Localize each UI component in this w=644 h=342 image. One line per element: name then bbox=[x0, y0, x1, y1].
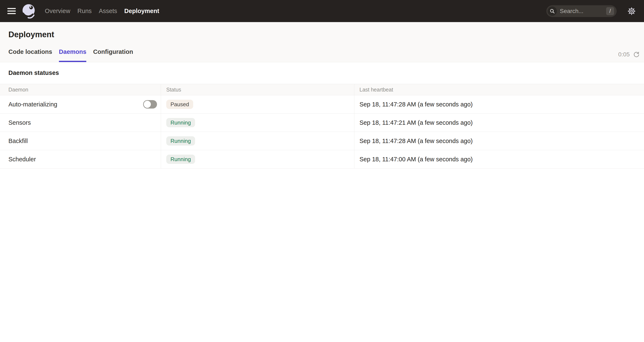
tab-configuration[interactable]: Configuration bbox=[93, 48, 133, 62]
daemon-status-table: Daemon Status Last heartbeat Auto-materi… bbox=[0, 84, 644, 168]
daemon-name: Auto-materializing bbox=[8, 101, 57, 108]
last-heartbeat: Sep 18, 11:47:28 AM (a few seconds ago) bbox=[360, 101, 473, 108]
status-badge: Paused bbox=[166, 100, 193, 109]
table-row: Scheduler Running Sep 18, 11:47:00 AM (a… bbox=[0, 150, 644, 168]
search-shortcut-key: / bbox=[606, 7, 614, 15]
page-header: Deployment Code locations Daemons Config… bbox=[0, 22, 644, 62]
dagster-logo[interactable] bbox=[22, 4, 36, 18]
table-row: Auto-materializing Paused Sep 18, 11:47:… bbox=[0, 95, 644, 114]
nav-deployment[interactable]: Deployment bbox=[124, 7, 159, 14]
toggle-knob bbox=[144, 101, 151, 108]
tab-daemons[interactable]: Daemons bbox=[59, 48, 86, 62]
daemon-name: Backfill bbox=[8, 138, 28, 144]
status-badge: Running bbox=[166, 118, 195, 127]
last-heartbeat: Sep 18, 11:47:28 AM (a few seconds ago) bbox=[360, 138, 473, 144]
top-nav-bar: Overview Runs Assets Deployment / bbox=[0, 0, 644, 22]
hamburger-menu-icon[interactable] bbox=[7, 6, 17, 16]
table-row: Sensors Running Sep 18, 11:47:21 AM (a f… bbox=[0, 114, 644, 132]
refresh-icon[interactable] bbox=[633, 51, 640, 58]
table-row: Backfill Running Sep 18, 11:47:28 AM (a … bbox=[0, 132, 644, 150]
column-header-status: Status bbox=[161, 84, 354, 95]
search-input[interactable] bbox=[560, 8, 606, 14]
gear-icon[interactable] bbox=[628, 7, 636, 15]
column-header-last-heartbeat: Last heartbeat bbox=[354, 84, 644, 95]
search-bar[interactable]: / bbox=[546, 5, 617, 17]
tab-code-locations[interactable]: Code locations bbox=[8, 48, 52, 62]
status-badge: Running bbox=[166, 155, 195, 164]
nav-overview[interactable]: Overview bbox=[45, 7, 70, 14]
table-header-row: Daemon Status Last heartbeat bbox=[0, 84, 644, 95]
nav-runs[interactable]: Runs bbox=[78, 7, 92, 14]
status-badge: Running bbox=[166, 136, 195, 146]
daemon-name: Scheduler bbox=[8, 156, 36, 163]
search-icon bbox=[548, 6, 557, 16]
section-heading: Daemon statuses bbox=[8, 69, 644, 76]
tab-bar: Code locations Daemons Configuration 0:0… bbox=[0, 48, 644, 62]
primary-nav: Overview Runs Assets Deployment bbox=[45, 7, 159, 14]
last-heartbeat: Sep 18, 11:47:21 AM (a few seconds ago) bbox=[360, 119, 473, 126]
page-title: Deployment bbox=[0, 22, 644, 39]
column-header-daemon: Daemon bbox=[0, 84, 161, 95]
daemons-panel: Daemon statuses Daemon Status Last heart… bbox=[0, 69, 644, 168]
daemon-name: Sensors bbox=[8, 119, 31, 126]
refresh-countdown: 0:05 bbox=[618, 51, 630, 58]
nav-assets[interactable]: Assets bbox=[99, 7, 117, 14]
auto-materializing-toggle[interactable] bbox=[143, 100, 157, 108]
last-heartbeat: Sep 18, 11:47:00 AM (a few seconds ago) bbox=[360, 156, 473, 163]
